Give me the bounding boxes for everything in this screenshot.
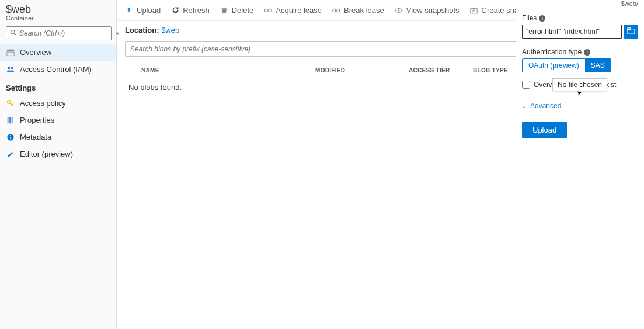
svg-rect-22 bbox=[471, 8, 477, 13]
chevron-down-icon: ⌄ bbox=[522, 103, 527, 109]
info-icon bbox=[6, 133, 15, 141]
page-title-block: $web Container bbox=[0, 2, 116, 23]
nav-item-label: Properties bbox=[20, 116, 54, 124]
sidebar-search[interactable] bbox=[6, 26, 112, 40]
svg-rect-13 bbox=[10, 137, 11, 139]
key-icon bbox=[6, 99, 15, 108]
nav-item-label: Access policy bbox=[20, 99, 66, 108]
auth-label-row: Authentication type i bbox=[522, 48, 638, 56]
trash-icon bbox=[220, 6, 228, 15]
toolbar-label: Break lease bbox=[344, 6, 384, 15]
svg-rect-11 bbox=[12, 117, 13, 123]
svg-point-0 bbox=[11, 30, 15, 34]
auth-sas-button[interactable]: SAS bbox=[585, 59, 611, 72]
svg-point-23 bbox=[473, 9, 475, 12]
folder-icon bbox=[627, 27, 635, 36]
advanced-label: Advanced bbox=[530, 102, 561, 110]
auth-label: Authentication type bbox=[522, 48, 582, 56]
svg-point-15 bbox=[264, 9, 267, 12]
location-label: Location: bbox=[125, 26, 159, 34]
upload-icon bbox=[125, 6, 133, 15]
settings-header: Settings bbox=[0, 78, 116, 95]
toolbar-label: Acquire lease bbox=[276, 6, 322, 15]
info-icon[interactable]: i bbox=[584, 49, 590, 56]
file-picker-button[interactable] bbox=[624, 25, 638, 39]
upload-panel: $web/ Files i Authentication type i OAut… bbox=[516, 0, 644, 329]
nav-item-label: Editor (preview) bbox=[20, 150, 73, 158]
overview-icon bbox=[6, 49, 15, 57]
upload-button[interactable]: Upload bbox=[125, 6, 161, 15]
sidebar-search-input[interactable] bbox=[19, 29, 107, 37]
nav-access-policy[interactable]: Access policy bbox=[0, 95, 116, 112]
sidebar: $web Container « Overview Access Control… bbox=[0, 0, 117, 329]
toolbar-label: Upload bbox=[137, 6, 161, 15]
page-title: $web bbox=[6, 4, 110, 16]
nav-metadata[interactable]: Metadata bbox=[0, 129, 116, 146]
svg-rect-9 bbox=[8, 117, 9, 123]
panel-breadcrumb: $web/ bbox=[522, 0, 638, 7]
svg-line-8 bbox=[12, 103, 13, 105]
overwrite-checkbox[interactable] bbox=[522, 81, 530, 89]
svg-point-14 bbox=[10, 135, 11, 136]
column-access-tier[interactable]: ACCESS TIER bbox=[409, 67, 473, 74]
refresh-button[interactable]: Refresh bbox=[171, 6, 210, 15]
files-label: Files bbox=[522, 14, 537, 22]
location-value[interactable]: $web bbox=[161, 26, 179, 34]
pencil-icon bbox=[6, 150, 15, 158]
nav-item-label: Metadata bbox=[20, 133, 51, 141]
auth-oauth-button[interactable]: OAuth (preview) bbox=[523, 59, 585, 72]
break-lease-icon bbox=[332, 6, 340, 15]
svg-point-21 bbox=[398, 9, 399, 11]
nav-editor[interactable]: Editor (preview) bbox=[0, 146, 116, 162]
nav-access-control[interactable]: Access Control (IAM) bbox=[0, 61, 116, 78]
svg-line-1 bbox=[15, 33, 16, 35]
nav-item-label: Overview bbox=[20, 48, 51, 57]
upload-submit-button[interactable]: Upload bbox=[522, 122, 567, 138]
files-label-row: Files i bbox=[522, 14, 638, 22]
people-icon bbox=[6, 65, 15, 74]
svg-rect-24 bbox=[472, 8, 475, 9]
svg-point-16 bbox=[269, 9, 271, 12]
snapshot-icon bbox=[470, 6, 478, 15]
acquire-lease-button[interactable]: Acquire lease bbox=[264, 6, 322, 15]
lease-icon bbox=[264, 6, 272, 15]
search-icon bbox=[10, 29, 17, 38]
overwrite-row: Overwrite No file chosen ➤ xist bbox=[522, 81, 638, 89]
auth-segmented-control: OAuth (preview) SAS bbox=[522, 58, 611, 72]
files-input[interactable] bbox=[522, 25, 622, 39]
info-icon[interactable]: i bbox=[539, 15, 545, 22]
nav-item-label: Access Control (IAM) bbox=[20, 65, 92, 74]
eye-icon bbox=[395, 6, 403, 15]
nav-overview[interactable]: Overview bbox=[0, 44, 116, 61]
svg-rect-10 bbox=[9, 117, 11, 123]
toolbar-label: Delete bbox=[232, 6, 254, 15]
advanced-toggle[interactable]: ⌄ Advanced bbox=[522, 102, 638, 110]
toolbar-label: View snapshots bbox=[406, 6, 459, 15]
toolbar-label: Refresh bbox=[183, 6, 210, 15]
refresh-icon bbox=[171, 6, 179, 15]
svg-rect-3 bbox=[7, 52, 14, 56]
break-lease-button[interactable]: Break lease bbox=[332, 6, 384, 15]
column-name[interactable]: NAME bbox=[128, 67, 315, 74]
column-modified[interactable]: MODIFIED bbox=[315, 67, 409, 74]
svg-point-4 bbox=[8, 67, 10, 69]
delete-button[interactable]: Delete bbox=[220, 6, 254, 15]
svg-rect-2 bbox=[7, 49, 14, 51]
view-snapshots-button[interactable]: View snapshots bbox=[395, 6, 459, 15]
nav-properties[interactable]: Properties bbox=[0, 112, 116, 129]
properties-icon bbox=[6, 116, 15, 124]
svg-point-5 bbox=[11, 67, 13, 69]
page-subtitle: Container bbox=[6, 15, 110, 22]
